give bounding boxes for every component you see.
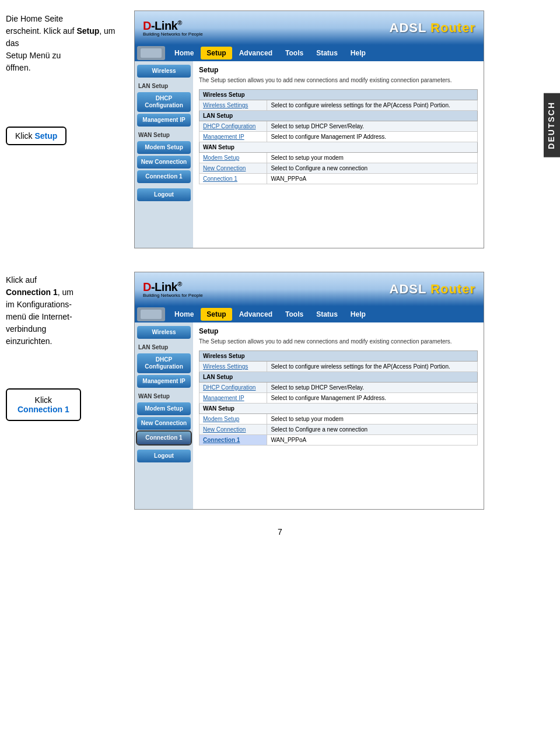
top-left-instruction: Die Home Seite erscheint. Klick auf Setu… — [6, 10, 123, 248]
wireless-setup-header-b: Wireless Setup — [200, 351, 478, 362]
modem-desc: Select to setup your modem — [267, 153, 478, 163]
router-screenshot-bottom: D-Link® Building Networks for People ADS… — [134, 272, 484, 510]
sidebar-wan-label: WAN Setup — [137, 131, 191, 139]
nav-help-b[interactable]: Help — [345, 308, 372, 321]
logo-text: D-Link® — [143, 19, 182, 33]
wireless-setup-header: Wireless Setup — [200, 90, 478, 100]
dlink-logo: D-Link® Building Networks for People — [143, 19, 203, 37]
sidebar-modem[interactable]: Modem Setup — [137, 141, 191, 154]
sidebar-mgmt-b[interactable]: Management IP — [137, 375, 191, 388]
router-content: Setup The Setup section allows you to ad… — [193, 61, 484, 248]
nav-home[interactable]: Home — [169, 47, 200, 59]
wireless-settings-desc-b: Select to configure wireless settings fo… — [267, 362, 478, 372]
sidebar-dhcp-b[interactable]: DHCP Configuration — [137, 353, 191, 373]
deutsch-label: DEUTSCH — [544, 93, 560, 157]
wireless-settings-link-b[interactable]: Wireless Settings — [200, 362, 267, 372]
router-header: D-Link® Building Networks for People ADS… — [135, 11, 484, 45]
wireless-settings-desc: Select to configure wireless settings fo… — [267, 100, 478, 111]
content-desc: The Setup section allows you to add new … — [199, 76, 478, 85]
wireless-settings-link[interactable]: Wireless Settings — [200, 100, 267, 111]
conn1-link-b[interactable]: Connection 1 — [200, 435, 267, 446]
logo-sub-bottom: Building Networks for People — [143, 293, 203, 298]
nav-tools-b[interactable]: Tools — [279, 308, 309, 321]
sidebar-newconn-b[interactable]: New Connection — [137, 417, 191, 430]
conn1-desc-b: WAN_PPPoA — [267, 435, 478, 446]
sidebar-wireless-b[interactable]: Wireless — [137, 326, 191, 339]
callout-setup-box: Klick Setup — [6, 127, 66, 145]
dlink-logo-bottom: D-Link® Building Networks for People — [143, 280, 203, 298]
nav-status[interactable]: Status — [310, 47, 344, 59]
modem-link[interactable]: Modem Setup — [200, 153, 267, 163]
router-body-bottom: Wireless LAN Setup DHCP Configuration Ma… — [135, 322, 484, 509]
sidebar-dhcp[interactable]: DHCP Configuration — [137, 92, 191, 112]
top-section: Die Home Seite erscheint. Klick auf Setu… — [0, 0, 560, 254]
nav-status-b[interactable]: Status — [310, 308, 344, 321]
dhcp-desc-b: Select to setup DHCP Server/Relay. — [267, 383, 478, 393]
dhcp-link-b[interactable]: DHCP Configuration — [200, 383, 267, 393]
router-sidebar: Wireless LAN Setup DHCP Configuration Ma… — [135, 61, 193, 248]
sidebar-lan-label-b: LAN Setup — [137, 343, 191, 352]
nav-bar: Home Setup Advanced Tools Status Help — [135, 45, 484, 61]
router-body: Wireless LAN Setup DHCP Configuration Ma… — [135, 61, 484, 248]
nav-advanced-b[interactable]: Advanced — [233, 308, 278, 321]
router-title: ADSL Router — [390, 20, 476, 36]
newconn-desc-b: Select to Configure a new connection — [267, 425, 478, 435]
sidebar-newconn[interactable]: New Connection — [137, 156, 191, 169]
nav-setup-b[interactable]: Setup — [201, 308, 232, 321]
nav-home-b[interactable]: Home — [169, 308, 200, 321]
nav-bar-bottom: Home Setup Advanced Tools Status Help — [135, 306, 484, 322]
sidebar-wan-label-b: WAN Setup — [137, 392, 191, 401]
top-instruction-para: Die Home Seite erscheint. Klick auf Setu… — [6, 13, 123, 74]
modem-link-b[interactable]: Modem Setup — [200, 414, 267, 425]
sidebar-lan-label: LAN Setup — [137, 82, 191, 90]
logo-sub: Building Networks for People — [143, 31, 203, 37]
sidebar-logout[interactable]: Logout — [137, 188, 191, 201]
content-table-bottom: Wireless Setup Wireless Settings Select … — [199, 350, 478, 446]
sidebar-logout-b[interactable]: Logout — [137, 450, 191, 462]
conn1-link[interactable]: Connection 1 — [200, 174, 267, 184]
sidebar-modem-b[interactable]: Modem Setup — [137, 402, 191, 415]
dhcp-desc: Select to setup DHCP Server/Relay. — [267, 121, 478, 132]
newconn-link-b[interactable]: New Connection — [200, 425, 267, 435]
router-screenshot-top: D-Link® Building Networks for People ADS… — [134, 10, 484, 248]
nav-help[interactable]: Help — [345, 47, 372, 59]
mgmt-link[interactable]: Management IP — [200, 132, 267, 142]
bottom-left-instruction: Klick auf Connection 1, um im Konfigurat… — [6, 272, 123, 510]
callout-connection-box: Klick Connection 1 — [6, 388, 81, 421]
router-header-bottom: D-Link® Building Networks for People ADS… — [135, 272, 484, 306]
lan-setup-header-b: LAN Setup — [200, 372, 478, 383]
router-title-bottom: ADSL Router — [390, 282, 476, 297]
sidebar-conn1-b[interactable]: Connection 1 — [137, 432, 191, 444]
content-table: Wireless Setup Wireless Settings Select … — [199, 89, 478, 184]
lan-setup-header: LAN Setup — [200, 111, 478, 121]
newconn-link[interactable]: New Connection — [200, 163, 267, 174]
modem-desc-b: Select to setup your modem — [267, 414, 478, 425]
router-content-bottom: Setup The Setup section allows you to ad… — [193, 322, 484, 509]
nav-tools[interactable]: Tools — [279, 47, 309, 59]
dhcp-link[interactable]: DHCP Configuration — [200, 121, 267, 132]
wan-setup-header-b: WAN Setup — [200, 404, 478, 414]
sidebar-conn1[interactable]: Connection 1 — [137, 170, 191, 183]
router-sidebar-bottom: Wireless LAN Setup DHCP Configuration Ma… — [135, 322, 193, 509]
nav-setup[interactable]: Setup — [201, 47, 232, 59]
page-number: 7 — [0, 515, 560, 542]
conn1-desc: WAN_PPPoA — [267, 174, 478, 184]
nav-advanced[interactable]: Advanced — [233, 47, 278, 59]
wan-setup-header: WAN Setup — [200, 142, 478, 153]
sidebar-wireless[interactable]: Wireless — [137, 65, 191, 78]
mgmt-desc: Select to configure Management IP Addres… — [267, 132, 478, 142]
content-title: Setup — [199, 66, 478, 74]
mgmt-link-b[interactable]: Management IP — [200, 393, 267, 404]
content-title-b: Setup — [199, 327, 478, 335]
content-desc-b: The Setup section allows you to add new … — [199, 338, 478, 346]
newconn-desc: Select to Configure a new connection — [267, 163, 478, 174]
logo-text-bottom: D-Link® — [143, 280, 182, 294]
mgmt-desc-b: Select to configure Management IP Addres… — [267, 393, 478, 404]
sidebar-mgmt[interactable]: Management IP — [137, 114, 191, 127]
bottom-instruction-para: Klick auf Connection 1, um im Konfigurat… — [6, 274, 123, 348]
bottom-section: Klick auf Connection 1, um im Konfigurat… — [0, 260, 560, 515]
